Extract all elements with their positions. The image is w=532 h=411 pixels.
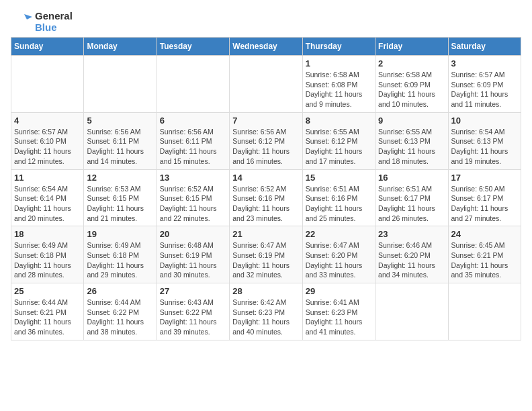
calendar-cell: 23Sunrise: 6:46 AM Sunset: 6:20 PM Dayli… [375, 226, 448, 283]
day-number: 21 [232, 229, 299, 239]
calendar-cell [157, 56, 229, 113]
calendar-cell: 6Sunrise: 6:56 AM Sunset: 6:11 PM Daylig… [157, 112, 229, 169]
calendar-cell: 7Sunrise: 6:56 AM Sunset: 6:12 PM Daylig… [230, 112, 302, 169]
calendar-cell: 28Sunrise: 6:42 AM Sunset: 6:23 PM Dayli… [230, 283, 302, 340]
week-row-0: 1Sunrise: 6:58 AM Sunset: 6:08 PM Daylig… [11, 56, 521, 113]
day-number: 2 [378, 58, 445, 68]
day-info: Sunrise: 6:43 AM Sunset: 6:22 PM Dayligh… [160, 298, 226, 337]
day-info: Sunrise: 6:56 AM Sunset: 6:11 PM Dayligh… [87, 127, 153, 167]
day-number: 26 [87, 286, 153, 296]
calendar-cell: 8Sunrise: 6:55 AM Sunset: 6:12 PM Daylig… [302, 112, 375, 169]
day-number: 18 [14, 229, 81, 239]
day-info: Sunrise: 6:52 AM Sunset: 6:15 PM Dayligh… [160, 184, 226, 224]
calendar-cell: 19Sunrise: 6:49 AM Sunset: 6:18 PM Dayli… [84, 226, 157, 283]
day-number: 9 [378, 116, 445, 126]
day-number: 13 [160, 173, 226, 183]
calendar-cell [230, 56, 302, 113]
week-row-4: 25Sunrise: 6:44 AM Sunset: 6:21 PM Dayli… [11, 283, 521, 340]
day-info: Sunrise: 6:44 AM Sunset: 6:22 PM Dayligh… [87, 298, 153, 337]
day-number: 27 [160, 286, 226, 296]
calendar-cell: 29Sunrise: 6:41 AM Sunset: 6:23 PM Dayli… [302, 283, 375, 340]
day-info: Sunrise: 6:45 AM Sunset: 6:21 PM Dayligh… [451, 240, 518, 280]
calendar-table: SundayMondayTuesdayWednesdayThursdayFrid… [11, 37, 521, 340]
day-info: Sunrise: 6:42 AM Sunset: 6:23 PM Dayligh… [232, 298, 299, 337]
day-number: 24 [451, 229, 518, 239]
header-tuesday: Tuesday [157, 38, 229, 56]
day-info: Sunrise: 6:54 AM Sunset: 6:14 PM Dayligh… [14, 184, 81, 224]
calendar-cell: 3Sunrise: 6:57 AM Sunset: 6:09 PM Daylig… [448, 56, 521, 113]
day-number: 29 [306, 286, 372, 296]
calendar-body: 1Sunrise: 6:58 AM Sunset: 6:08 PM Daylig… [11, 56, 521, 340]
day-info: Sunrise: 6:56 AM Sunset: 6:12 PM Dayligh… [232, 127, 299, 167]
calendar-cell: 27Sunrise: 6:43 AM Sunset: 6:22 PM Dayli… [157, 283, 229, 340]
day-info: Sunrise: 6:48 AM Sunset: 6:19 PM Dayligh… [160, 240, 226, 280]
calendar-cell: 12Sunrise: 6:53 AM Sunset: 6:15 PM Dayli… [84, 169, 157, 226]
day-number: 11 [14, 173, 81, 183]
day-number: 17 [451, 173, 518, 183]
header-saturday: Saturday [448, 38, 521, 56]
day-info: Sunrise: 6:57 AM Sunset: 6:10 PM Dayligh… [14, 127, 81, 167]
day-info: Sunrise: 6:57 AM Sunset: 6:09 PM Dayligh… [451, 70, 518, 109]
day-info: Sunrise: 6:41 AM Sunset: 6:23 PM Dayligh… [306, 298, 372, 337]
day-info: Sunrise: 6:53 AM Sunset: 6:15 PM Dayligh… [87, 184, 153, 224]
logo-bird-icon [11, 11, 32, 33]
logo: General Blue [11, 11, 73, 33]
day-number: 28 [232, 286, 299, 296]
day-info: Sunrise: 6:55 AM Sunset: 6:12 PM Dayligh… [306, 127, 372, 167]
calendar-cell: 25Sunrise: 6:44 AM Sunset: 6:21 PM Dayli… [11, 283, 84, 340]
week-row-3: 18Sunrise: 6:49 AM Sunset: 6:18 PM Dayli… [11, 226, 521, 283]
calendar-cell: 2Sunrise: 6:58 AM Sunset: 6:09 PM Daylig… [375, 56, 448, 113]
day-info: Sunrise: 6:56 AM Sunset: 6:11 PM Dayligh… [160, 127, 226, 167]
calendar-cell: 5Sunrise: 6:56 AM Sunset: 6:11 PM Daylig… [84, 112, 157, 169]
calendar-cell: 4Sunrise: 6:57 AM Sunset: 6:10 PM Daylig… [11, 112, 84, 169]
header-sunday: Sunday [11, 38, 84, 56]
day-number: 3 [451, 58, 518, 68]
calendar-cell: 21Sunrise: 6:47 AM Sunset: 6:19 PM Dayli… [230, 226, 302, 283]
day-number: 10 [451, 116, 518, 126]
calendar-cell: 10Sunrise: 6:54 AM Sunset: 6:13 PM Dayli… [448, 112, 521, 169]
calendar-cell: 18Sunrise: 6:49 AM Sunset: 6:18 PM Dayli… [11, 226, 84, 283]
day-number: 15 [306, 173, 372, 183]
day-number: 6 [160, 116, 226, 126]
week-row-1: 4Sunrise: 6:57 AM Sunset: 6:10 PM Daylig… [11, 112, 521, 169]
day-info: Sunrise: 6:46 AM Sunset: 6:20 PM Dayligh… [378, 240, 445, 280]
day-info: Sunrise: 6:47 AM Sunset: 6:20 PM Dayligh… [306, 240, 372, 280]
day-info: Sunrise: 6:54 AM Sunset: 6:13 PM Dayligh… [451, 127, 518, 167]
day-number: 7 [232, 116, 299, 126]
day-number: 12 [87, 173, 153, 183]
calendar-cell [448, 283, 521, 340]
calendar-cell: 16Sunrise: 6:51 AM Sunset: 6:17 PM Dayli… [375, 169, 448, 226]
day-info: Sunrise: 6:47 AM Sunset: 6:19 PM Dayligh… [232, 240, 299, 280]
calendar-cell: 17Sunrise: 6:50 AM Sunset: 6:17 PM Dayli… [448, 169, 521, 226]
calendar-cell: 14Sunrise: 6:52 AM Sunset: 6:16 PM Dayli… [230, 169, 302, 226]
calendar-cell [375, 283, 448, 340]
week-row-2: 11Sunrise: 6:54 AM Sunset: 6:14 PM Dayli… [11, 169, 521, 226]
day-info: Sunrise: 6:51 AM Sunset: 6:16 PM Dayligh… [306, 184, 372, 224]
calendar-cell: 1Sunrise: 6:58 AM Sunset: 6:08 PM Daylig… [302, 56, 375, 113]
calendar-cell: 24Sunrise: 6:45 AM Sunset: 6:21 PM Dayli… [448, 226, 521, 283]
day-info: Sunrise: 6:49 AM Sunset: 6:18 PM Dayligh… [87, 240, 153, 280]
calendar-cell: 13Sunrise: 6:52 AM Sunset: 6:15 PM Dayli… [157, 169, 229, 226]
day-info: Sunrise: 6:49 AM Sunset: 6:18 PM Dayligh… [14, 240, 81, 280]
day-info: Sunrise: 6:52 AM Sunset: 6:16 PM Dayligh… [232, 184, 299, 224]
day-number: 19 [87, 229, 153, 239]
header-friday: Friday [375, 38, 448, 56]
day-info: Sunrise: 6:58 AM Sunset: 6:09 PM Dayligh… [378, 70, 445, 109]
calendar-header-row: SundayMondayTuesdayWednesdayThursdayFrid… [11, 38, 521, 56]
day-number: 5 [87, 116, 153, 126]
day-number: 25 [14, 286, 81, 296]
day-number: 16 [378, 173, 445, 183]
header-thursday: Thursday [302, 38, 375, 56]
page-header: General Blue [11, 11, 521, 33]
day-number: 1 [306, 58, 372, 68]
day-info: Sunrise: 6:55 AM Sunset: 6:13 PM Dayligh… [378, 127, 445, 167]
calendar-cell: 15Sunrise: 6:51 AM Sunset: 6:16 PM Dayli… [302, 169, 375, 226]
day-number: 20 [160, 229, 226, 239]
day-info: Sunrise: 6:51 AM Sunset: 6:17 PM Dayligh… [378, 184, 445, 224]
calendar-cell: 9Sunrise: 6:55 AM Sunset: 6:13 PM Daylig… [375, 112, 448, 169]
header-wednesday: Wednesday [230, 38, 302, 56]
day-info: Sunrise: 6:50 AM Sunset: 6:17 PM Dayligh… [451, 184, 518, 224]
calendar-cell: 20Sunrise: 6:48 AM Sunset: 6:19 PM Dayli… [157, 226, 229, 283]
day-number: 14 [232, 173, 299, 183]
calendar-cell: 26Sunrise: 6:44 AM Sunset: 6:22 PM Dayli… [84, 283, 157, 340]
